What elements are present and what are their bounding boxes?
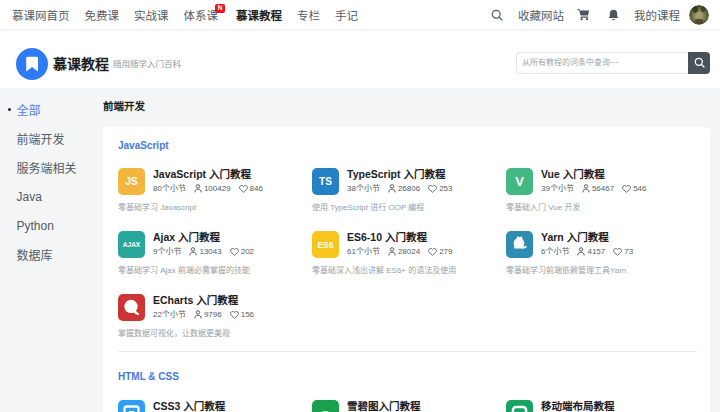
course-top: 雪碧图入门教程 (312, 400, 500, 412)
lesson-count: 6个小节 (541, 247, 569, 256)
course-body: JavaScript 入门教程 80个小节 100429 846 (153, 168, 263, 195)
search-icon[interactable] (491, 9, 503, 21)
top-nav-actions: 收藏网站 我的课程 (491, 5, 709, 25)
lesson-count: 38个小节 (347, 184, 380, 193)
bell-icon[interactable] (608, 9, 619, 21)
course-top: ES6 ES6-10 入门教程 61个小节 28024 279 (312, 231, 500, 258)
course-grid: JS JavaScript 入门教程 80个小节 100429 846 零基础学… (118, 168, 710, 338)
course-description: 零基础学习前端依赖管理工具Yarn (506, 266, 694, 275)
course-item-TypeScript 入门教程[interactable]: TS TypeScript 入门教程 38个小节 26806 253 使用 Ty… (312, 168, 500, 212)
brand-title[interactable]: 慕课教程 (53, 51, 109, 77)
course-description: 使用 TypeScript 进行 OOP 编程 (312, 203, 500, 212)
course-title: ES6-10 入门教程 (347, 232, 453, 243)
nav-item-专栏[interactable]: 专栏 (297, 7, 320, 23)
person-icon (577, 247, 585, 256)
view-count: 56467 (582, 184, 614, 193)
avatar[interactable] (689, 5, 709, 25)
sidebar-item-Java[interactable]: Java (0, 182, 103, 211)
nav-item-实战课[interactable]: 实战课 (134, 7, 169, 23)
course-description: 零基础学习 Javascript (118, 203, 306, 212)
sidebar-item-前端开发[interactable]: 前端开发 (0, 124, 103, 153)
nav-item-免费课[interactable]: 免费课 (85, 7, 120, 23)
course-item-雪碧图入门教程[interactable]: 雪碧图入门教程 (312, 400, 500, 412)
course-stats: 6个小节 4157 73 (541, 247, 633, 256)
course-top: TS TypeScript 入门教程 38个小节 26806 253 (312, 168, 500, 195)
course-item-ES6-10 入门教程[interactable]: ES6 ES6-10 入门教程 61个小节 28024 279 零基础深入浅出讲… (312, 231, 500, 275)
like-count: 846 (239, 184, 263, 193)
site-logo[interactable] (16, 48, 48, 80)
course-icon: TS (312, 168, 339, 195)
view-count: 28024 (388, 247, 420, 256)
view-count: 13043 (189, 247, 221, 256)
course-item-JavaScript 入门教程[interactable]: JS JavaScript 入门教程 80个小节 100429 846 零基础学… (118, 168, 306, 212)
lesson-count: 22个小节 (153, 310, 186, 319)
course-section-HTML & CSS: HTML & CSS CSS3 入门教程 (103, 370, 710, 412)
course-body: 雪碧图入门教程 (347, 400, 421, 412)
sprite-icon (312, 400, 339, 412)
echarts-icon (118, 294, 145, 321)
heart-icon (428, 185, 437, 193)
like-count: 253 (428, 184, 452, 193)
course-top: AJAX Ajax 入门教程 9个小节 13043 202 (118, 231, 306, 258)
nav-item-手记[interactable]: 手记 (335, 7, 358, 23)
course-grid: CSS3 入门教程 雪碧图入门教程 (118, 400, 710, 412)
like-count: 546 (622, 184, 646, 193)
course-stats: 39个小节 56467 546 (541, 184, 647, 193)
favorites-link[interactable]: 收藏网站 (518, 7, 564, 23)
course-body: ECharts 入门教程 22个小节 9796 156 (153, 294, 254, 321)
view-count: 100429 (194, 184, 231, 193)
course-top: ECharts 入门教程 22个小节 9796 156 (118, 294, 306, 321)
course-body: Ajax 入门教程 9个小节 13043 202 (153, 231, 254, 258)
course-item-Yarn 入门教程[interactable]: Yarn 入门教程 6个小节 4157 73 零基础学习前端依赖管理工具Yarn (506, 231, 694, 275)
course-stats: 80个小节 100429 846 (153, 184, 263, 193)
course-top: JS JavaScript 入门教程 80个小节 100429 846 (118, 168, 306, 195)
heart-icon (239, 185, 248, 193)
lesson-count: 9个小节 (153, 247, 181, 256)
sidebar-item-数据库[interactable]: 数据库 (0, 240, 103, 269)
course-title: JavaScript 入门教程 (153, 169, 263, 180)
top-navbar: 慕课网首页免费课实战课体系课N慕课教程专栏手记 收藏网站 我的课程 (0, 0, 720, 30)
course-title: CSS3 入门教程 (153, 401, 225, 412)
person-icon (388, 184, 396, 193)
course-title: Vue 入门教程 (541, 169, 647, 180)
course-section-JavaScript: JavaScript JS JavaScript 入门教程 80个小节 1004… (103, 139, 710, 338)
page-title: 前端开发 (103, 101, 710, 112)
sidebar-item-全部[interactable]: 全部 (0, 95, 103, 124)
course-item-移动端布局教程[interactable]: 移动端布局教程 (506, 400, 694, 412)
header-search (516, 52, 710, 74)
heart-icon (230, 248, 239, 256)
person-icon (388, 247, 396, 256)
course-body: 移动端布局教程 (541, 400, 615, 412)
section-heading: JavaScript (118, 139, 710, 152)
course-item-ECharts 入门教程[interactable]: ECharts 入门教程 22个小节 9796 156 掌握数据可视化，让数据更… (118, 294, 306, 338)
course-body: CSS3 入门教程 (153, 400, 225, 412)
cart-icon[interactable] (577, 8, 590, 21)
course-item-CSS3 入门教程[interactable]: CSS3 入门教程 (118, 400, 306, 412)
search-input[interactable] (516, 52, 688, 74)
search-button[interactable] (688, 52, 710, 74)
course-item-Ajax 入门教程[interactable]: AJAX Ajax 入门教程 9个小节 13043 202 零基础学习 Ajax… (118, 231, 306, 275)
nav-item-体系课[interactable]: 体系课N (184, 7, 219, 23)
course-title: ECharts 入门教程 (153, 295, 254, 306)
nav-item-慕课网首页[interactable]: 慕课网首页 (12, 7, 70, 23)
mobile-icon (506, 400, 533, 412)
view-count: 26806 (388, 184, 420, 193)
course-description: 零基础入门 Vue 开发 (506, 203, 694, 212)
course-top: V Vue 入门教程 39个小节 56467 546 (506, 168, 694, 195)
person-icon (194, 184, 202, 193)
lesson-count: 39个小节 (541, 184, 574, 193)
course-top: Yarn 入门教程 6个小节 4157 73 (506, 231, 694, 258)
like-count: 73 (613, 247, 633, 256)
course-title: Yarn 入门教程 (541, 232, 633, 243)
course-stats: 61个小节 28024 279 (347, 247, 453, 256)
my-courses-link[interactable]: 我的课程 (634, 7, 680, 23)
course-body: Yarn 入门教程 6个小节 4157 73 (541, 231, 633, 258)
brand-tagline: 随用随学入门百科 (113, 51, 181, 77)
course-card: JavaScript JS JavaScript 入门教程 80个小节 1004… (103, 127, 710, 412)
course-item-Vue 入门教程[interactable]: V Vue 入门教程 39个小节 56467 546 零基础入门 Vue 开发 (506, 168, 694, 212)
sidebar-item-Python[interactable]: Python (0, 211, 103, 240)
course-icon: AJAX (118, 231, 145, 258)
main-content: 前端开发 JavaScript JS JavaScript 入门教程 80个小节… (103, 88, 710, 412)
sidebar-item-服务端相关[interactable]: 服务端相关 (0, 153, 103, 182)
nav-item-慕课教程[interactable]: 慕课教程 (236, 7, 282, 23)
